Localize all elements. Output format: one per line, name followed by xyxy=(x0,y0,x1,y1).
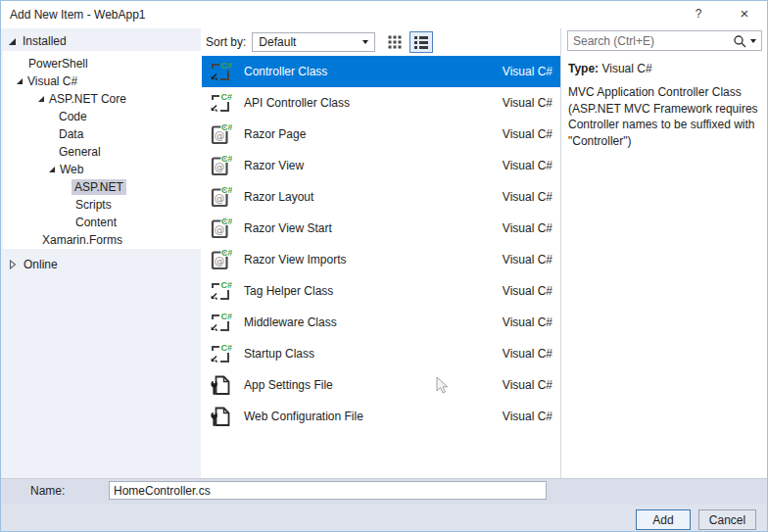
config-file-icon xyxy=(209,373,232,397)
cancel-button[interactable]: Cancel xyxy=(698,509,756,530)
expanded-triangle-icon xyxy=(38,96,44,102)
list-item[interactable]: Razor View Start Visual C# xyxy=(202,213,560,244)
list-view-button[interactable] xyxy=(409,31,433,53)
tree-root-online[interactable]: Online xyxy=(1,255,195,274)
list-item[interactable]: App Settings File Visual C# xyxy=(202,369,560,401)
csharp-class-icon xyxy=(209,342,232,365)
razor-page-icon xyxy=(209,154,232,177)
tree-item-powershell[interactable]: PowerShell xyxy=(3,55,201,73)
sort-by-label: Sort by: xyxy=(206,35,246,49)
razor-page-icon xyxy=(209,217,232,240)
type-value: Visual C# xyxy=(601,62,651,75)
dialog-title: Add New Item - WebApp1 xyxy=(10,8,146,22)
tree-item-xamarin-forms[interactable]: Xamarin.Forms xyxy=(3,231,201,249)
tree-item-general[interactable]: General xyxy=(3,143,201,161)
razor-page-icon xyxy=(209,248,232,271)
mouse-cursor xyxy=(436,376,450,395)
bottom-bar: Name: Add Cancel xyxy=(1,478,768,532)
list-item[interactable]: Web Configuration File Visual C# xyxy=(202,401,560,432)
tree-item-scripts[interactable]: Scripts xyxy=(3,196,201,214)
expanded-triangle-icon xyxy=(49,167,55,172)
tree-item-aspnet-core[interactable]: ASP.NET Core xyxy=(3,90,201,108)
add-new-item-dialog: Add New Item - WebApp1 ? × Installed Pow… xyxy=(0,0,768,532)
list-item[interactable]: Middleware Class Visual C# xyxy=(202,307,560,338)
list-item[interactable]: API Controller Class Visual C# xyxy=(202,87,560,119)
view-toggle-group xyxy=(385,31,433,53)
template-details: Type: Visual C# MVC Application Controll… xyxy=(568,62,758,149)
csharp-class-icon xyxy=(209,91,232,115)
template-description: MVC Application Controller Class (ASP.NE… xyxy=(568,84,758,149)
list-item[interactable]: Razor View Visual C# xyxy=(202,150,560,181)
close-button[interactable]: × xyxy=(730,5,759,22)
tree-item-content[interactable]: Content xyxy=(3,214,201,231)
sort-dropdown[interactable]: Default xyxy=(252,32,375,52)
title-bar: Add New Item - WebApp1 ? × xyxy=(1,1,767,28)
razor-page-icon xyxy=(209,122,232,146)
list-item[interactable]: Tag Helper Class Visual C# xyxy=(202,275,560,307)
collapsed-triangle-icon xyxy=(9,260,17,269)
online-label: Online xyxy=(24,258,58,271)
tree-item-web[interactable]: Web xyxy=(3,161,201,178)
list-item[interactable]: Controller Class Visual C# xyxy=(202,56,560,87)
expanded-triangle-icon xyxy=(9,38,16,45)
name-input[interactable] xyxy=(109,481,547,500)
chevron-down-icon xyxy=(750,39,756,43)
search-icon xyxy=(733,34,746,48)
type-label: Type: xyxy=(568,62,599,75)
grid-view-icon xyxy=(388,35,402,49)
sort-bar: Sort by: Default xyxy=(202,28,560,55)
list-item[interactable]: Startup Class Visual C# xyxy=(202,338,560,369)
sort-dropdown-value: Default xyxy=(259,35,296,49)
category-panel: Installed PowerShell Visual C# ASP.NET C… xyxy=(1,28,201,478)
list-item[interactable]: Razor Layout Visual C# xyxy=(202,181,560,213)
type-line: Type: Visual C# xyxy=(568,62,758,75)
details-panel: Search (Ctrl+E) Type: Visual C# MVC Appl… xyxy=(561,28,768,478)
small-icons-view-button[interactable] xyxy=(385,32,405,52)
tree-item-data[interactable]: Data xyxy=(3,125,201,143)
installed-label: Installed xyxy=(23,34,67,48)
razor-page-icon xyxy=(209,185,232,209)
search-input[interactable]: Search (Ctrl+E) xyxy=(567,30,762,51)
list-item[interactable]: Razor Page Visual C# xyxy=(202,119,560,150)
category-tree: PowerShell Visual C# ASP.NET Core Code D… xyxy=(3,51,201,249)
csharp-class-icon xyxy=(209,311,232,334)
chevron-down-icon xyxy=(362,40,368,44)
config-file-icon xyxy=(209,405,232,428)
expanded-triangle-icon xyxy=(17,78,23,84)
tree-item-code[interactable]: Code xyxy=(3,108,201,125)
tree-root-installed[interactable]: Installed xyxy=(1,31,195,51)
list-view-icon xyxy=(413,35,429,49)
csharp-class-icon xyxy=(209,279,232,303)
tree-item-aspnet[interactable]: ASP.NET xyxy=(3,178,201,196)
search-placeholder: Search (Ctrl+E) xyxy=(573,34,729,48)
name-label: Name: xyxy=(30,484,65,498)
list-item[interactable]: Razor View Imports Visual C# xyxy=(202,244,560,275)
help-button[interactable]: ? xyxy=(687,7,710,21)
add-button[interactable]: Add xyxy=(636,509,691,530)
template-list: Controller Class Visual C# API Controlle… xyxy=(202,56,560,478)
tree-item-visual-csharp[interactable]: Visual C# xyxy=(3,73,201,90)
csharp-class-icon xyxy=(209,60,232,83)
